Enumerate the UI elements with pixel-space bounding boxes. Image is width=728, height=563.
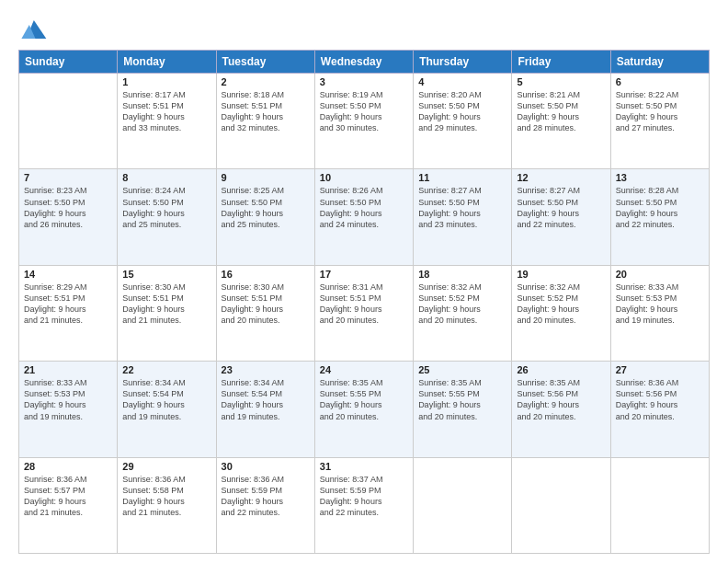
day-number: 27 — [616, 364, 704, 375]
cell-info: Sunrise: 8:17 AM Sunset: 5:51 PM Dayligh… — [122, 89, 210, 134]
cell-info: Sunrise: 8:27 AM Sunset: 5:50 PM Dayligh… — [418, 185, 506, 230]
logo — [18, 17, 51, 42]
calendar-cell: 6Sunrise: 8:22 AM Sunset: 5:50 PM Daylig… — [610, 74, 709, 169]
day-number: 24 — [320, 364, 408, 375]
cell-info: Sunrise: 8:35 AM Sunset: 5:56 PM Dayligh… — [517, 377, 605, 422]
day-header-monday: Monday — [118, 51, 216, 74]
calendar-cell: 3Sunrise: 8:19 AM Sunset: 5:50 PM Daylig… — [314, 74, 413, 169]
cell-info: Sunrise: 8:21 AM Sunset: 5:50 PM Dayligh… — [517, 89, 605, 134]
calendar-cell: 1Sunrise: 8:17 AM Sunset: 5:51 PM Daylig… — [118, 74, 216, 169]
cell-info: Sunrise: 8:35 AM Sunset: 5:55 PM Dayligh… — [418, 377, 506, 422]
calendar-week-row: 21Sunrise: 8:33 AM Sunset: 5:53 PM Dayli… — [19, 362, 710, 457]
cell-info: Sunrise: 8:18 AM Sunset: 5:51 PM Dayligh… — [222, 89, 310, 134]
day-number: 11 — [418, 172, 506, 183]
day-number: 22 — [122, 364, 210, 375]
calendar-table: SundayMondayTuesdayWednesdayThursdayFrid… — [18, 50, 710, 554]
day-number: 28 — [24, 461, 112, 472]
day-number: 12 — [517, 172, 605, 183]
day-number: 4 — [418, 76, 506, 87]
header — [18, 17, 710, 42]
day-number: 6 — [616, 76, 704, 87]
cell-info: Sunrise: 8:28 AM Sunset: 5:50 PM Dayligh… — [616, 185, 704, 230]
day-number: 13 — [616, 172, 704, 183]
calendar-cell: 27Sunrise: 8:36 AM Sunset: 5:56 PM Dayli… — [610, 362, 709, 457]
cell-info: Sunrise: 8:36 AM Sunset: 5:57 PM Dayligh… — [24, 474, 112, 519]
calendar-cell: 9Sunrise: 8:25 AM Sunset: 5:50 PM Daylig… — [216, 169, 314, 265]
day-number: 18 — [418, 269, 506, 280]
day-number: 7 — [24, 172, 112, 183]
calendar-cell: 21Sunrise: 8:33 AM Sunset: 5:53 PM Dayli… — [19, 362, 118, 457]
day-number: 31 — [320, 461, 408, 472]
day-number: 5 — [517, 76, 605, 87]
cell-info: Sunrise: 8:36 AM Sunset: 5:59 PM Dayligh… — [222, 474, 310, 519]
calendar-cell: 10Sunrise: 8:26 AM Sunset: 5:50 PM Dayli… — [314, 169, 413, 265]
calendar-cell: 23Sunrise: 8:34 AM Sunset: 5:54 PM Dayli… — [216, 362, 314, 457]
day-number: 2 — [222, 76, 310, 87]
cell-info: Sunrise: 8:32 AM Sunset: 5:52 PM Dayligh… — [418, 282, 506, 327]
cell-info: Sunrise: 8:23 AM Sunset: 5:50 PM Dayligh… — [24, 185, 112, 230]
calendar-cell: 22Sunrise: 8:34 AM Sunset: 5:54 PM Dayli… — [118, 362, 216, 457]
day-header-tuesday: Tuesday — [216, 51, 314, 74]
logo-icon — [18, 17, 48, 42]
calendar-cell: 26Sunrise: 8:35 AM Sunset: 5:56 PM Dayli… — [512, 362, 610, 457]
cell-info: Sunrise: 8:36 AM Sunset: 5:56 PM Dayligh… — [616, 377, 704, 422]
cell-info: Sunrise: 8:30 AM Sunset: 5:51 PM Dayligh… — [122, 282, 210, 327]
day-number: 23 — [222, 364, 310, 375]
calendar-cell: 11Sunrise: 8:27 AM Sunset: 5:50 PM Dayli… — [414, 169, 512, 265]
calendar-cell: 17Sunrise: 8:31 AM Sunset: 5:51 PM Dayli… — [314, 265, 413, 361]
calendar-cell: 13Sunrise: 8:28 AM Sunset: 5:50 PM Dayli… — [610, 169, 709, 265]
cell-info: Sunrise: 8:29 AM Sunset: 5:51 PM Dayligh… — [24, 282, 112, 327]
cell-info: Sunrise: 8:36 AM Sunset: 5:58 PM Dayligh… — [122, 474, 210, 519]
day-number: 20 — [616, 269, 704, 280]
day-number: 8 — [122, 172, 210, 183]
calendar-week-row: 14Sunrise: 8:29 AM Sunset: 5:51 PM Dayli… — [19, 265, 710, 361]
calendar-cell: 19Sunrise: 8:32 AM Sunset: 5:52 PM Dayli… — [512, 265, 610, 361]
calendar-week-row: 1Sunrise: 8:17 AM Sunset: 5:51 PM Daylig… — [19, 74, 710, 169]
cell-info: Sunrise: 8:20 AM Sunset: 5:50 PM Dayligh… — [418, 89, 506, 134]
cell-info: Sunrise: 8:19 AM Sunset: 5:50 PM Dayligh… — [320, 89, 408, 134]
day-number: 17 — [320, 269, 408, 280]
day-number: 29 — [122, 461, 210, 472]
cell-info: Sunrise: 8:27 AM Sunset: 5:50 PM Dayligh… — [517, 185, 605, 230]
calendar-cell — [19, 74, 118, 169]
day-header-friday: Friday — [512, 51, 610, 74]
cell-info: Sunrise: 8:24 AM Sunset: 5:50 PM Dayligh… — [122, 185, 210, 230]
calendar-cell: 7Sunrise: 8:23 AM Sunset: 5:50 PM Daylig… — [19, 169, 118, 265]
day-number: 10 — [320, 172, 408, 183]
calendar-cell: 16Sunrise: 8:30 AM Sunset: 5:51 PM Dayli… — [216, 265, 314, 361]
cell-info: Sunrise: 8:37 AM Sunset: 5:59 PM Dayligh… — [320, 474, 408, 519]
calendar-cell: 15Sunrise: 8:30 AM Sunset: 5:51 PM Dayli… — [118, 265, 216, 361]
calendar-cell: 29Sunrise: 8:36 AM Sunset: 5:58 PM Dayli… — [118, 457, 216, 553]
day-number: 3 — [320, 76, 408, 87]
cell-info: Sunrise: 8:32 AM Sunset: 5:52 PM Dayligh… — [517, 282, 605, 327]
day-number: 19 — [517, 269, 605, 280]
calendar-cell: 4Sunrise: 8:20 AM Sunset: 5:50 PM Daylig… — [414, 74, 512, 169]
day-number: 14 — [24, 269, 112, 280]
calendar-cell: 20Sunrise: 8:33 AM Sunset: 5:53 PM Dayli… — [610, 265, 709, 361]
calendar-cell: 14Sunrise: 8:29 AM Sunset: 5:51 PM Dayli… — [19, 265, 118, 361]
day-number: 25 — [418, 364, 506, 375]
day-number: 16 — [222, 269, 310, 280]
calendar-cell: 12Sunrise: 8:27 AM Sunset: 5:50 PM Dayli… — [512, 169, 610, 265]
calendar-cell: 2Sunrise: 8:18 AM Sunset: 5:51 PM Daylig… — [216, 74, 314, 169]
cell-info: Sunrise: 8:35 AM Sunset: 5:55 PM Dayligh… — [320, 377, 408, 422]
day-header-wednesday: Wednesday — [314, 51, 413, 74]
calendar-header-row: SundayMondayTuesdayWednesdayThursdayFrid… — [19, 51, 710, 74]
day-number: 9 — [222, 172, 310, 183]
cell-info: Sunrise: 8:31 AM Sunset: 5:51 PM Dayligh… — [320, 282, 408, 327]
cell-info: Sunrise: 8:33 AM Sunset: 5:53 PM Dayligh… — [616, 282, 704, 327]
day-number: 1 — [122, 76, 210, 87]
day-header-thursday: Thursday — [414, 51, 512, 74]
cell-info: Sunrise: 8:33 AM Sunset: 5:53 PM Dayligh… — [24, 377, 112, 422]
day-number: 21 — [24, 364, 112, 375]
cell-info: Sunrise: 8:34 AM Sunset: 5:54 PM Dayligh… — [222, 377, 310, 422]
cell-info: Sunrise: 8:25 AM Sunset: 5:50 PM Dayligh… — [222, 185, 310, 230]
cell-info: Sunrise: 8:30 AM Sunset: 5:51 PM Dayligh… — [222, 282, 310, 327]
calendar-cell: 5Sunrise: 8:21 AM Sunset: 5:50 PM Daylig… — [512, 74, 610, 169]
day-number: 15 — [122, 269, 210, 280]
page: SundayMondayTuesdayWednesdayThursdayFrid… — [0, 0, 728, 563]
calendar-cell — [414, 457, 512, 553]
cell-info: Sunrise: 8:22 AM Sunset: 5:50 PM Dayligh… — [616, 89, 704, 134]
day-header-sunday: Sunday — [19, 51, 118, 74]
day-number: 26 — [517, 364, 605, 375]
